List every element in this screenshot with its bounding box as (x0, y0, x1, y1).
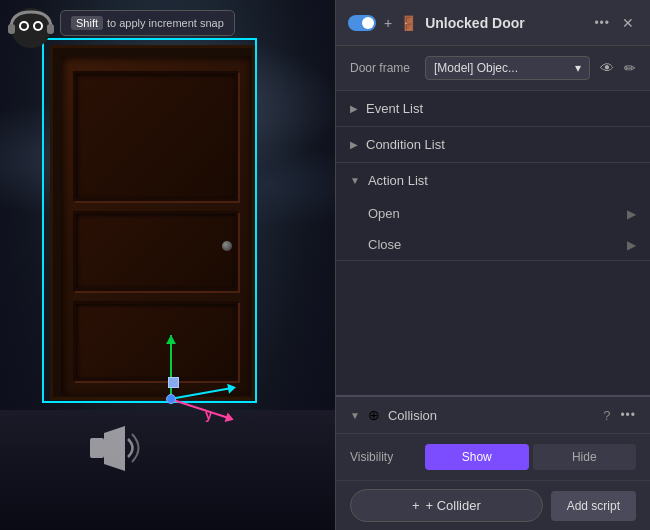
dropdown-arrow: ▾ (575, 61, 581, 75)
panel-title: Unlocked Door (425, 15, 586, 31)
visibility-label: Visibility (350, 450, 415, 464)
svg-rect-0 (90, 438, 104, 458)
transform-cube (168, 377, 179, 388)
hint-key: Shift (71, 16, 103, 30)
collision-actions: ? ••• (603, 408, 636, 423)
edit-icon[interactable]: ✏ (624, 60, 636, 76)
event-list-chevron (350, 103, 358, 114)
show-button[interactable]: Show (425, 444, 529, 470)
svg-rect-8 (47, 24, 54, 34)
door-frame-row: Door frame [Model] Objec... ▾ 👁 ✏ (336, 46, 650, 91)
hint-text: to apply increment snap (107, 17, 224, 29)
more-options-button[interactable]: ••• (594, 16, 610, 30)
close-button[interactable]: ✕ (618, 13, 638, 33)
ground (0, 410, 335, 530)
action-close-arrow: ▶ (627, 238, 636, 252)
y-axis (170, 335, 172, 400)
add-component-button[interactable]: + (384, 15, 392, 31)
svg-marker-1 (104, 426, 125, 471)
z-axis (170, 398, 228, 418)
door-frame-label: Door frame (350, 61, 415, 75)
panel-header: + 🚪 Unlocked Door ••• ✕ (336, 0, 650, 46)
condition-list-header[interactable]: Condition List (336, 127, 650, 162)
condition-list-group: Condition List (336, 127, 650, 163)
transform-gizmo (135, 320, 235, 420)
condition-list-chevron (350, 139, 358, 150)
condition-list-label: Condition List (366, 137, 445, 152)
collision-chevron (350, 410, 360, 421)
action-close-label: Close (368, 237, 401, 252)
visibility-buttons: Show Hide (425, 444, 636, 470)
x-axis (170, 388, 229, 400)
hint-tooltip: Shift to apply increment snap (60, 10, 235, 36)
add-collider-button[interactable]: + + Collider (350, 489, 543, 522)
action-close[interactable]: Close ▶ (336, 229, 650, 260)
door-frame-select[interactable]: [Model] Objec... ▾ (425, 56, 590, 80)
action-list-chevron (350, 175, 360, 186)
door-icon: 🚪 (400, 15, 417, 31)
action-open-label: Open (368, 206, 400, 221)
collision-header: ⊕ Collision ? ••• (336, 397, 650, 434)
add-script-button[interactable]: Add script (551, 491, 636, 521)
collider-label: + Collider (425, 498, 480, 513)
gizmo-center (166, 394, 176, 404)
collider-plus: + (412, 498, 420, 513)
enable-toggle[interactable] (348, 15, 376, 31)
event-list-group: Event List (336, 91, 650, 127)
speaker-icon (75, 421, 140, 480)
collision-title: Collision (388, 408, 595, 423)
collision-icon: ⊕ (368, 407, 380, 423)
help-icon[interactable]: ? (603, 408, 610, 423)
action-list-header[interactable]: Action List (336, 163, 650, 198)
action-list-group: Action List Open ▶ Close ▶ (336, 163, 650, 261)
svg-rect-7 (8, 24, 15, 34)
event-list-label: Event List (366, 101, 423, 116)
right-panel: + 🚪 Unlocked Door ••• ✕ Door frame [Mode… (335, 0, 650, 530)
event-list-header[interactable]: Event List (336, 91, 650, 126)
collider-row: + + Collider Add script (336, 480, 650, 530)
mascot-icon (5, 2, 57, 58)
action-list-label: Action List (368, 173, 428, 188)
svg-point-5 (21, 23, 27, 29)
door-frame-value: [Model] Objec... (434, 61, 518, 75)
svg-point-6 (35, 23, 41, 29)
hide-button[interactable]: Hide (533, 444, 637, 470)
lists-section: Event List Condition List Action List Op… (336, 91, 650, 395)
collision-more-button[interactable]: ••• (620, 408, 636, 422)
action-open[interactable]: Open ▶ (336, 198, 650, 229)
action-open-arrow: ▶ (627, 207, 636, 221)
viewport: y Shift to apply increment snap (0, 0, 335, 530)
y-axis-arrow (166, 335, 176, 344)
x-axis-arrow (227, 382, 237, 393)
collision-section: ⊕ Collision ? ••• Visibility Show Hide +… (336, 395, 650, 530)
visibility-row: Visibility Show Hide (336, 434, 650, 480)
visibility-toggle-icon[interactable]: 👁 (600, 60, 614, 76)
